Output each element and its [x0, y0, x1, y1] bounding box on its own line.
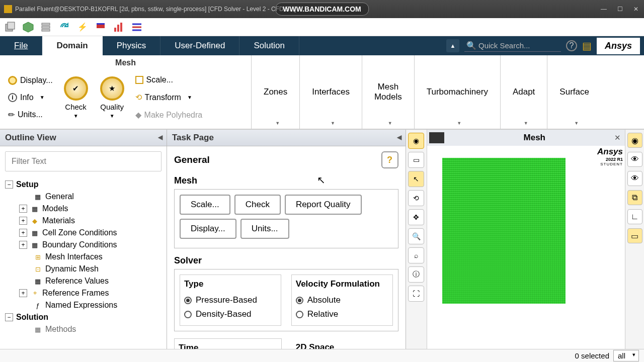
- display-icon: [8, 76, 17, 85]
- collapse-ribbon-button[interactable]: ▲: [446, 39, 459, 52]
- viewport-toolbar-left: ◉ ▭ ↖ ⟲ ✥ 🔍 ⌕ ⓘ ⛶: [406, 130, 427, 349]
- display-button[interactable]: Display...: [5, 74, 56, 87]
- cube-icon[interactable]: [3, 20, 17, 34]
- tree-mesh-interfaces[interactable]: ⊞Mesh Interfaces: [4, 251, 163, 263]
- vt-fit-icon[interactable]: ⛶: [408, 286, 424, 302]
- vt-mesh-icon[interactable]: ◉: [408, 133, 424, 149]
- pencil-icon: ✎: [6, 109, 17, 121]
- search-input[interactable]: [478, 41, 559, 50]
- radio-absolute[interactable]: Absolute: [296, 293, 388, 307]
- list-icon[interactable]: [130, 20, 144, 34]
- selection-count: 0 selected: [575, 351, 609, 360]
- time-label: Time: [179, 343, 277, 349]
- rt-eye2-icon[interactable]: 👁: [627, 171, 642, 186]
- tree-reference-values[interactable]: ▦Reference Values: [4, 275, 163, 287]
- tab-physics[interactable]: Physics: [103, 36, 161, 55]
- check-button[interactable]: ✔ Check▼: [60, 74, 92, 121]
- stack-icon[interactable]: [39, 20, 53, 34]
- tree-dynamic-mesh[interactable]: ⊡Dynamic Mesh: [4, 263, 163, 275]
- radio-icon: [184, 311, 192, 318]
- collapse-taskpage-icon[interactable]: ◀: [397, 134, 401, 141]
- vt-zoombox-icon[interactable]: ⌕: [408, 247, 424, 263]
- tree-setup[interactable]: −Setup: [4, 178, 163, 191]
- rt-copy-icon[interactable]: ⧉: [627, 190, 642, 205]
- radio-icon: [296, 311, 303, 318]
- flag-icon[interactable]: [94, 20, 108, 34]
- rt-layers-icon[interactable]: ▭: [627, 228, 642, 243]
- vt-probe-icon[interactable]: ⓘ: [408, 266, 424, 283]
- vt-box-icon[interactable]: ▭: [408, 152, 424, 168]
- minimize-button[interactable]: —: [598, 5, 610, 14]
- quality-button[interactable]: ★ Quality▼: [96, 74, 128, 121]
- models-icon: ▦: [30, 204, 39, 213]
- tab-solution[interactable]: Solution: [239, 36, 299, 55]
- tree-models[interactable]: +▦Models: [4, 203, 163, 215]
- scale-button[interactable]: Scale...: [132, 73, 206, 86]
- zones-group[interactable]: Zones▼: [252, 55, 300, 129]
- layout-icon[interactable]: ▤: [582, 40, 592, 52]
- maximize-button[interactable]: ☐: [614, 5, 626, 14]
- vp-thumb-icon[interactable]: [429, 132, 444, 143]
- vt-pointer-icon[interactable]: ↖: [408, 171, 424, 187]
- tree-boundary[interactable]: +▦Boundary Conditions: [4, 239, 163, 251]
- svg-rect-1: [8, 22, 15, 29]
- tree-methods[interactable]: ▦Methods: [4, 323, 163, 335]
- svg-marker-2: [23, 22, 33, 32]
- surface-group[interactable]: Surface▼: [547, 55, 601, 129]
- scale-icon: [135, 76, 143, 84]
- help-icon[interactable]: ?: [566, 40, 577, 51]
- vt-rotate-icon[interactable]: ⟲: [408, 190, 424, 206]
- mesh-display-button[interactable]: Display...: [180, 219, 236, 239]
- chart-icon[interactable]: [112, 20, 126, 34]
- units-button[interactable]: ✎Units...: [5, 108, 56, 122]
- close-button[interactable]: ✕: [630, 5, 642, 14]
- mesh-report-quality-button[interactable]: Report Quality: [285, 195, 362, 215]
- rt-axis-icon[interactable]: ∟: [627, 209, 642, 224]
- tab-file[interactable]: File: [0, 36, 42, 55]
- radio-density-based[interactable]: Density-Based: [184, 307, 277, 321]
- transform-button[interactable]: ⟲Transform▼: [132, 90, 206, 104]
- vt-zoom-icon[interactable]: 🔍: [408, 228, 424, 244]
- mesh-geometry[interactable]: [442, 158, 566, 304]
- space-2d-label: 2D Space: [296, 342, 394, 349]
- viewport-canvas[interactable]: Ansys 2022 R1 STUDENT: [427, 146, 625, 349]
- rt-sphere-icon[interactable]: ◉: [627, 133, 642, 148]
- vt-pan-icon[interactable]: ✥: [408, 209, 424, 225]
- refresh-icon[interactable]: [57, 20, 71, 34]
- tab-domain[interactable]: Domain: [42, 36, 102, 55]
- task-help-button[interactable]: ?: [381, 151, 398, 168]
- tree-named-expressions[interactable]: ƒNamed Expressions: [4, 299, 163, 311]
- viewport-tab-mesh[interactable]: Mesh: [444, 131, 625, 145]
- methods-icon: ▦: [33, 325, 42, 334]
- rt-eye1-icon[interactable]: 👁: [627, 152, 642, 167]
- mesh-scale-button[interactable]: Scale...: [180, 195, 230, 215]
- mesh-section-label: Mesh: [174, 175, 398, 186]
- tab-user-defined[interactable]: User-Defined: [160, 36, 239, 55]
- adapt-group[interactable]: Adapt▼: [501, 55, 547, 129]
- tree-materials[interactable]: +◆Materials: [4, 215, 163, 227]
- tree-reference-frames[interactable]: +⌖Reference Frames: [4, 287, 163, 299]
- collapse-outline-icon[interactable]: ◀: [158, 134, 163, 141]
- dynmesh-icon: ⊡: [33, 264, 42, 274]
- ribbon-body: Mesh Display... iInfo▼ ✎Units... ✔ Check…: [0, 55, 644, 130]
- viewport: Mesh ✕ Ansys 2022 R1 STUDENT: [427, 130, 625, 349]
- radio-relative[interactable]: Relative: [296, 307, 388, 321]
- interfaces-group[interactable]: Interfaces▼: [300, 55, 362, 129]
- tree-solution[interactable]: −Solution: [4, 311, 163, 323]
- viewport-close-icon[interactable]: ✕: [614, 133, 621, 142]
- make-polyhedra-button[interactable]: ◆Make Polyhedra: [132, 108, 206, 122]
- mesh-check-button[interactable]: Check: [234, 195, 281, 215]
- mesh-units-button[interactable]: Units...: [240, 219, 289, 239]
- title-bar: Parallel Fluent@DESKTOP-B1KOFRL [2d, pbn…: [0, 0, 644, 18]
- turbomachinery-group[interactable]: Turbomachinery▼: [415, 55, 501, 129]
- green-cube-icon[interactable]: [21, 20, 35, 34]
- info-button[interactable]: iInfo▼: [5, 91, 56, 104]
- filter-input[interactable]: [5, 151, 162, 171]
- selection-filter-dropdown[interactable]: all: [613, 350, 639, 361]
- tree-general[interactable]: ▦General: [4, 191, 163, 203]
- mesh-models-group[interactable]: MeshModels▼: [362, 55, 415, 129]
- search-box[interactable]: 🔍: [464, 40, 561, 52]
- radio-pressure-based[interactable]: Pressure-Based: [184, 293, 277, 307]
- tree-cell-zone[interactable]: +▦Cell Zone Conditions: [4, 227, 163, 239]
- lightning-icon[interactable]: ⚡: [75, 20, 90, 34]
